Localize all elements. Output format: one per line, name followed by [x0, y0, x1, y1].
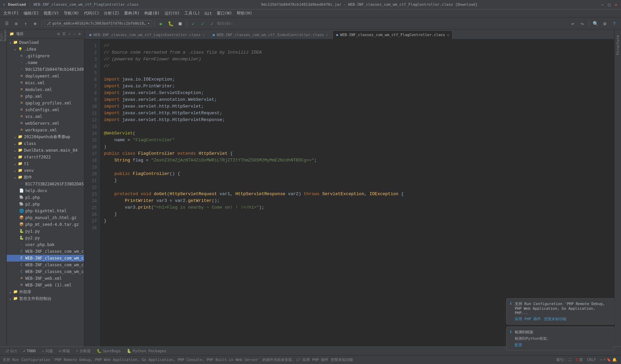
tab-flag[interactable]: WEB-INF_classes_com_wm_ctf_FlagControlle… [332, 30, 453, 39]
search-button[interactable]: 🔍 [591, 20, 599, 28]
tree-php-manual[interactable]: 📦 php_manual_zh.html.gz [7, 214, 84, 221]
tree-name-file[interactable]: · .name [7, 59, 84, 66]
tree-wib-login[interactable]: C WEB-INF_classes_com_wm_ctf_Login [7, 268, 84, 275]
tree-venv-folder[interactable]: ▸ 📁 venv [7, 167, 84, 174]
tree-vcs[interactable]: ⌘ vcs.xml [7, 113, 84, 120]
status-crlf[interactable]: CRLF [586, 358, 597, 362]
menu-item-v[interactable]: 视图(V) [41, 10, 61, 17]
menu-item-u[interactable]: 运行(U) [162, 10, 182, 17]
tree-wib-web-xml[interactable]: ⌘ WEB-INF_web.xml [7, 275, 84, 282]
tab-index[interactable]: WEB-INF_classes_com_wm_ctf_IndexControll… [209, 30, 332, 39]
tree-wib-flag[interactable]: C WEB-INF_classes_com_wm_ctf_FlagC [7, 255, 84, 262]
settings-button[interactable]: ⚙ [601, 20, 609, 28]
tab-index-close[interactable]: ✕ [326, 33, 328, 37]
menu-item-r[interactable]: 重构(R) [122, 10, 142, 17]
tree-misc[interactable]: ⌘ misc.xml [7, 80, 84, 86]
tree-py2[interactable]: 🐍 py2.py [7, 235, 84, 241]
menu-item-l[interactable]: 工具(L) [182, 10, 202, 17]
minimize-button[interactable]: — [600, 2, 605, 7]
toolbar-btn-4[interactable]: ⊕ [31, 20, 39, 28]
status-icons-right[interactable]: ↑ ⬇ 🔖 🔔 [599, 358, 618, 362]
git-status-2[interactable]: ✓ [199, 20, 207, 28]
toolbar-btn-5[interactable]: ⏹ [176, 20, 184, 28]
tree-starctf-folder[interactable]: ▸ 📁 starctf2022 [7, 154, 84, 160]
tree-t1-folder[interactable]: ▸ 📁 t1 [7, 160, 84, 167]
panel-icon-list[interactable]: ☰ [62, 31, 66, 36]
tree-modules[interactable]: ⌘ modules.xml [7, 86, 84, 93]
status-encoding[interactable]: S 英 [574, 357, 584, 362]
menu-item-git[interactable]: Git [203, 10, 214, 17]
panel-icon-minimize[interactable]: — [73, 31, 77, 36]
bottom-tab-todo[interactable]: ✓ TODO [21, 348, 38, 354]
status-index[interactable]: 索引: 二 [555, 357, 573, 362]
tree-user-php-bak[interactable]: · user.php.bak [7, 241, 84, 248]
maximize-button[interactable]: □ [607, 2, 612, 7]
tree-gitignore-icon: ⎋ [19, 53, 24, 59]
help-button[interactable]: ? [610, 20, 618, 28]
notif-link-configure[interactable]: 配置 [515, 342, 522, 347]
tree-php-xml[interactable]: ⌘ php.xml [7, 93, 84, 100]
run-button[interactable]: ▶ [157, 20, 165, 28]
menu-item-n[interactable]: 导航(N) [62, 10, 81, 17]
tree-gitignore[interactable]: ⎋ .gitignore [7, 53, 84, 59]
tree-webservers[interactable]: ⌘ webServers.xml [7, 120, 84, 127]
close-button[interactable]: ✕ [614, 2, 618, 7]
tree-external-libs[interactable]: ▸ 📁 外部库 [7, 289, 84, 295]
title-bar-controls[interactable]: — □ ✕ [600, 2, 618, 7]
tab-flag-close[interactable]: ✕ [447, 33, 449, 37]
tree-wib-down[interactable]: C WEB-INF_classes_com_wm_ctf_Down [7, 248, 84, 255]
tree-9dc-file[interactable]: · 9dc125bf1b84478cb14813d9bed [7, 66, 84, 73]
pull-request-icon[interactable]: Pull Request [0, 31, 6, 37]
notif-link-ignore[interactable]: 您暂未知功能 [544, 316, 566, 322]
menu-item-w[interactable]: 窗口(W) [215, 10, 234, 17]
git-status-3[interactable]: ✓ [208, 20, 216, 28]
bottom-tab-spotbugs[interactable]: 🐛 SpotBugs [94, 348, 123, 354]
branch-selector[interactable]: ⎇ gotm_ab8ce401624c7c3803bdf57d70cc2bfb0… [44, 20, 152, 27]
debug-button[interactable]: 🐛 [167, 20, 175, 28]
tree-php-mt[interactable]: 📦 php_mt_seed-4.0.tar.gz [7, 221, 84, 228]
panel-icon-layout[interactable]: ⊞ [57, 31, 61, 36]
tree-help-docx[interactable]: 📄 help.docx [7, 187, 84, 194]
panel-icon-arrow[interactable]: ↑ [68, 31, 71, 36]
bottom-tab-git[interactable]: ⎇ Git [2, 348, 20, 354]
tab-login[interactable]: WEB-INF_classes_com_wm_ctf_LoginControll… [86, 30, 208, 39]
tree-scratch[interactable]: ▸ 📁 暂存文件和控制台 [7, 295, 84, 302]
tree-php-bigxhtml[interactable]: 🌐 php-bigxhtml.html [7, 208, 84, 214]
toolbar-btn-1[interactable]: ☰ [3, 20, 11, 28]
panel-icon-settings[interactable]: ⚙ [78, 31, 81, 36]
redo-button[interactable]: ↪ [578, 20, 586, 28]
structure-panel-btn[interactable]: Structure [615, 32, 621, 58]
tree-dwnldata-folder[interactable]: ▸ 📁 DwnlData.wanan.main_84 [7, 147, 84, 154]
tab-login-close[interactable]: ✕ [203, 33, 205, 37]
tree-workspace[interactable]: ⌘ workspace.xml [7, 127, 84, 133]
menu-item-h[interactable]: 帮助(H) [235, 10, 254, 17]
bottom-tab-python[interactable]: 🐍 Python Packages [124, 348, 169, 354]
notif-link-apply-php[interactable]: 应用 PHP 插件 [515, 316, 541, 322]
menu-item-e[interactable]: 编辑(E) [22, 10, 41, 17]
tree-attachments-folder[interactable]: ▸ 📁 附件 [7, 174, 84, 181]
tree-wib-index[interactable]: C WEB-INF_classes_com_wm_ctf_Index [7, 262, 84, 268]
tree-qaplug[interactable]: ⌘ qaplug_profiles.xml [7, 100, 84, 107]
tree-class-folder[interactable]: ▸ 📁 class [7, 140, 84, 147]
tree-b1c7-file[interactable]: · B1C7733B22A6261F338D2DA5C2DD [7, 181, 84, 187]
tree-p1-php[interactable]: 🐘 p1.php [7, 194, 84, 201]
menu-item-b[interactable]: 构建(B) [142, 10, 162, 17]
tree-deployment[interactable]: ⌘ deployment.xml [7, 73, 84, 80]
menu-item-c[interactable]: 代码(C) [82, 10, 101, 17]
toolbar-btn-3[interactable]: ↑ [22, 20, 30, 28]
git-status-1[interactable]: ✓ [189, 20, 197, 28]
tree-wib-web1-xml[interactable]: ⌘ WEB-INF_web (1).xml [7, 282, 84, 289]
menu-item-f[interactable]: 文件(F) [1, 10, 21, 17]
undo-button[interactable]: ↩ [569, 20, 577, 28]
tree-p2-php[interactable]: 🐘 p2.php [7, 201, 84, 208]
bottom-tab-issues[interactable]: ⚠ 问题 [39, 348, 56, 354]
tree-root-item[interactable]: ▾ 📁 Download [7, 39, 84, 46]
toolbar-btn-2[interactable]: ≡ [12, 20, 20, 28]
tree-ssh[interactable]: ⌘ sshConfigs.xml [7, 107, 84, 113]
bottom-tab-profiler[interactable]: ↑ 分析器 [73, 348, 93, 354]
bottom-tab-terminal[interactable]: ⊙ 终端 [56, 348, 73, 354]
menu-item-z[interactable]: 分析(Z) [102, 10, 121, 17]
tree-202204-folder[interactable]: ▸ 📁 202204pwnhub春季赛wp [7, 133, 84, 140]
tree-idea-folder[interactable]: ▾ 💡 .idea [7, 46, 84, 53]
tree-py1[interactable]: 🐍 py1.py [7, 228, 84, 235]
